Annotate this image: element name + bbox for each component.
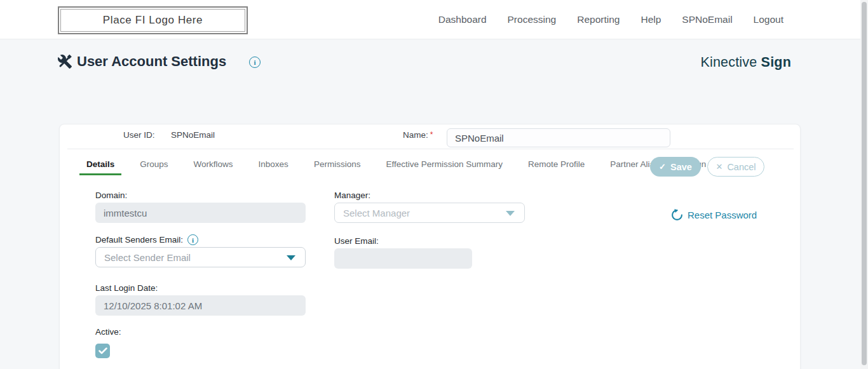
page-title-info-icon[interactable]: i	[249, 56, 261, 68]
brand-name: Kinective	[700, 55, 757, 70]
name-label: Name:*	[403, 130, 433, 140]
settings-tabs: Details Groups Workflows Inboxes Permiss…	[79, 154, 738, 175]
chevron-down-icon	[506, 211, 515, 216]
cancel-button[interactable]: ✕ Cancel	[707, 157, 764, 177]
chevron-down-icon	[287, 255, 295, 260]
nav-help[interactable]: Help	[641, 14, 661, 25]
user-email-input	[334, 248, 472, 269]
sender-email-placeholder: Select Sender Email	[104, 252, 191, 263]
user-id-label: User ID:	[123, 130, 155, 140]
save-button-label: Save	[670, 162, 692, 172]
page-title: User Account Settings	[77, 53, 226, 70]
last-login-label: Last Login Date:	[95, 283, 158, 293]
user-account-card: User ID: SPNoEmail Name:* Details Groups…	[59, 124, 801, 369]
reset-password-link[interactable]: Reset Password	[671, 209, 757, 221]
save-button[interactable]: ✓ Save	[650, 157, 701, 177]
nav-logout[interactable]: Logout	[754, 14, 783, 25]
manager-placeholder: Select Manager	[343, 208, 410, 218]
nav-reporting[interactable]: Reporting	[577, 14, 620, 25]
tab-permissions[interactable]: Permissions	[307, 154, 368, 175]
fi-logo-placeholder-text: Place FI Logo Here	[103, 14, 203, 27]
active-label: Active:	[95, 327, 121, 337]
reset-password-label: Reset Password	[688, 210, 757, 220]
manager-label: Manager:	[334, 191, 370, 200]
tab-workflows[interactable]: Workflows	[187, 154, 240, 175]
tab-remote-profile[interactable]: Remote Profile	[521, 154, 592, 175]
x-icon: ✕	[715, 162, 722, 171]
nav-processing[interactable]: Processing	[508, 14, 557, 25]
fi-logo-placeholder: Place FI Logo Here	[60, 9, 245, 32]
user-email-label: User Email:	[334, 236, 379, 246]
check-icon: ✓	[659, 162, 666, 171]
sender-email-select[interactable]: Select Sender Email	[95, 247, 306, 267]
required-asterisk: *	[430, 130, 433, 139]
tab-inboxes[interactable]: Inboxes	[252, 154, 295, 175]
reset-circular-arrow-icon	[671, 209, 683, 221]
top-navigation: Dashboard Processing Reporting Help SPNo…	[438, 0, 783, 39]
nav-username[interactable]: SPNoEmail	[682, 14, 732, 25]
cancel-button-label: Cancel	[727, 162, 756, 172]
name-input[interactable]	[447, 128, 670, 147]
domain-label: Domain:	[95, 191, 127, 200]
brand-product: Sign	[761, 55, 791, 70]
scrollbar-track	[860, 0, 868, 369]
user-id-value: SPNoEmail	[171, 130, 215, 140]
brand-logo: Kinective Sign	[700, 55, 791, 70]
crossed-tools-icon	[57, 54, 72, 69]
info-icon: i	[249, 57, 261, 68]
tab-effective-permission-summary[interactable]: Effective Permission Summary	[379, 154, 510, 175]
card-divider	[67, 149, 794, 149]
default-senders-email-label: Default Senders Email: i	[95, 234, 198, 245]
nav-dashboard[interactable]: Dashboard	[438, 14, 487, 25]
domain-input	[95, 203, 306, 223]
scrollbar-thumb[interactable]	[862, 2, 867, 365]
tab-groups[interactable]: Groups	[133, 154, 175, 175]
top-bar: Place FI Logo Here Dashboard Processing …	[0, 0, 860, 39]
manager-select: Select Manager	[334, 203, 525, 223]
senders-email-info-icon[interactable]: i	[187, 234, 198, 245]
check-mark-icon	[98, 347, 107, 354]
active-checkbox[interactable]	[95, 344, 110, 358]
last-login-input	[95, 295, 306, 316]
tab-details[interactable]: Details	[79, 154, 121, 175]
